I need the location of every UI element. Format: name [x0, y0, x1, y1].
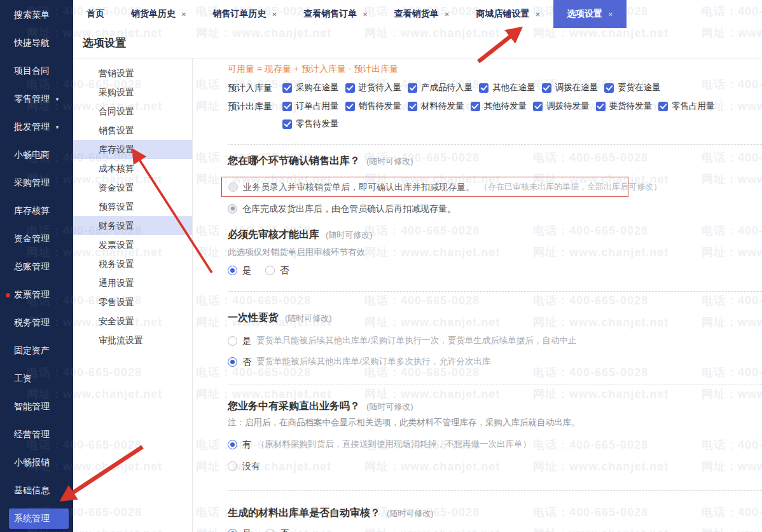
radio-unselected-icon — [265, 529, 275, 532]
close-icon[interactable]: × — [535, 10, 540, 19]
radio-yes[interactable]: 是 — [228, 264, 251, 276]
checkbox-requisition-in-transit[interactable]: 要货在途量 — [604, 81, 661, 94]
settings-nav-marketing[interactable]: 营销设置 — [73, 64, 192, 83]
checkbox-other-pending-ship[interactable]: 其他待发量 — [471, 100, 527, 113]
settings-nav-budget[interactable]: 预算设置 — [73, 197, 192, 216]
checkbox-checked-icon — [604, 83, 614, 93]
section-note: 注：启用后，在商品档案中会显示相关选项，此类材料不管理库存，采购入库后就自动出库… — [228, 417, 762, 428]
checkbox-checked-icon — [471, 102, 480, 111]
sidebar-item-system-mgmt[interactable]: 系统管理 — [0, 505, 73, 532]
checkbox-transfer-pending-ship[interactable]: 调拨待发量 — [533, 100, 590, 113]
close-icon[interactable]: × — [608, 10, 613, 19]
radio-unselected-icon — [265, 266, 275, 275]
section-one-time-requisition: 一次性要货 (随时可修改) — [228, 311, 762, 325]
sidebar-item-wholesale-mgmt[interactable]: 批发管理▼ — [0, 113, 73, 141]
radio-unselected-icon — [228, 182, 238, 192]
radio-option-confirm-on-warehouse[interactable]: 仓库完成发货出库后，由仓管员确认后再扣减现存量。 — [228, 202, 762, 215]
sidebar-item-retail-mgmt[interactable]: 零售管理▼ — [0, 85, 73, 113]
checkbox-requisition-pending-ship[interactable]: 要货待发量 — [596, 100, 653, 113]
checkbox-material-pending-ship[interactable]: 材料待发量 — [408, 100, 464, 113]
availability-formula: 可用量 = 现存量 + 预计入库量 - 预计出库量 — [228, 62, 762, 75]
radio-direct-purchase-yes[interactable]: 有 （原材料采购到货后，直接送到使用现场消耗掉，不想再做一次出库单） — [228, 438, 762, 451]
notification-dot — [6, 293, 10, 297]
content-row: 营销设置 采购设置 合同设置 销售设置 库存设置 成本核算 资金设置 预算设置 … — [73, 58, 762, 532]
sidebar-item-business-mgmt[interactable]: 经营管理 — [0, 421, 73, 449]
radio-option-confirm-on-audit[interactable]: 业务员录入并审核销货单后，即可确认出库并扣减现存量。 （存在已审核未出库的单据，… — [228, 181, 622, 193]
checkbox-retail-pending-ship[interactable]: 零售待发量 — [282, 118, 339, 130]
sidebar-item-funds-mgmt[interactable]: 资金管理 — [0, 225, 73, 253]
checkbox-retail-occupied[interactable]: 零售占用量 — [658, 100, 715, 113]
sidebar-item-payroll[interactable]: 工资 — [0, 365, 73, 393]
checkbox-checked-icon — [596, 102, 606, 111]
settings-nav-purchase[interactable]: 采购设置 — [73, 83, 192, 102]
sidebar-menu: 搜索菜单 快捷导航 项目合同 零售管理▼ 批发管理▼ 小畅电商 采购管理 库存核… — [0, 0, 73, 532]
separator — [228, 490, 762, 491]
sidebar-item-inventory-accounting[interactable]: 库存核算 — [0, 197, 73, 225]
checkbox-purchase-in-transit[interactable]: 采购在途量 — [282, 81, 339, 94]
tab-sales-bill-history[interactable]: 销货单历史× — [118, 0, 200, 28]
checkbox-other-in-transit[interactable]: 其他在途量 — [479, 81, 536, 94]
sidebar-item-invoice-mgmt[interactable]: 发票管理 — [0, 281, 73, 309]
chevron-down-icon: ▼ — [55, 97, 60, 102]
checkbox-sales-pending-ship[interactable]: 销售待发量 — [345, 100, 402, 113]
sidebar-item-smart-mgmt[interactable]: 智能管理 — [0, 393, 73, 421]
sidebar-item-ecommerce[interactable]: 小畅电商 — [0, 141, 73, 169]
checkbox-checked-icon — [533, 102, 543, 111]
checkbox-finished-goods-pending[interactable]: 产成品待入量 — [408, 81, 473, 94]
section-direct-purchase: 您业务中有采购直出业务吗？ (随时可修改) — [228, 399, 762, 413]
radio-yes[interactable]: 是 — [228, 527, 251, 532]
checkbox-checked-icon — [408, 83, 417, 93]
settings-nav-approval-flow[interactable]: 审批流设置 — [73, 331, 192, 350]
sidebar-item-project-contract[interactable]: 项目合同 — [0, 57, 73, 85]
checkbox-order-occupied[interactable]: 订单占用量 — [282, 100, 339, 113]
sidebar-item-fixed-assets[interactable]: 固定资产 — [0, 337, 73, 365]
tab-option-settings[interactable]: 选项设置× — [553, 0, 627, 28]
settings-nav-invoice[interactable]: 发票设置 — [73, 235, 192, 254]
checkbox-checked-icon — [282, 102, 292, 111]
settings-nav-tax[interactable]: 税务设置 — [73, 254, 192, 273]
tab-bar: 首页 销货单历史× 销售订单历史× 查看销售订单× 查看销货单× 商城店铺设置×… — [73, 0, 762, 28]
sidebar-item-tax-mgmt[interactable]: 税务管理 — [0, 309, 73, 337]
radio-one-time-yes[interactable]: 是 要货单只能被后续其他出库单/采购订单执行一次，要货单生成后续单据后，自动中止 — [228, 334, 762, 347]
sidebar-item-expense[interactable]: 小畅报销 — [0, 449, 73, 477]
checkbox-incoming-pending[interactable]: 进货待入量 — [345, 81, 402, 94]
settings-nav-retail[interactable]: 零售设置 — [73, 292, 192, 311]
auto-audit-radio-group: 是 否 — [228, 527, 762, 532]
radio-no[interactable]: 否 — [265, 527, 289, 532]
checkbox-checked-icon — [345, 102, 355, 111]
close-icon[interactable]: × — [272, 10, 277, 19]
tab-mall-shop-settings[interactable]: 商城店铺设置× — [462, 0, 553, 28]
tab-view-sales-bill[interactable]: 查看销货单× — [381, 0, 463, 28]
radio-selected-icon — [228, 440, 237, 449]
settings-nav-general[interactable]: 通用设置 — [73, 273, 192, 292]
sidebar-item-search-menu[interactable]: 搜索菜单 — [0, 1, 73, 29]
sidebar-item-quick-nav[interactable]: 快捷导航 — [0, 29, 73, 57]
radio-direct-purchase-no[interactable]: 没有 — [228, 460, 762, 472]
settings-nav-funds[interactable]: 资金设置 — [73, 178, 192, 197]
settings-nav-contract[interactable]: 合同设置 — [73, 102, 192, 121]
settings-nav-finance[interactable]: 财务设置 — [73, 216, 192, 235]
section-auto-audit-material-outbound: 生成的材料出库单是否自动审核？ (随时可修改) — [228, 506, 762, 520]
tab-home[interactable]: 首页 — [73, 0, 118, 28]
close-icon[interactable]: × — [445, 10, 450, 19]
checkbox-transfer-in-transit[interactable]: 调拨在途量 — [542, 81, 599, 94]
sidebar-item-purchase-mgmt[interactable]: 采购管理 — [0, 169, 73, 197]
settings-nav-security[interactable]: 安全设置 — [73, 311, 192, 331]
settings-nav-sales[interactable]: 销售设置 — [73, 121, 192, 140]
checkbox-checked-icon — [408, 102, 417, 111]
app-area: 首页 销货单历史× 销售订单历史× 查看销售订单× 查看销货单× 商城店铺设置×… — [73, 0, 762, 532]
outbound-row: 预计出库量 订单占用量 销售待发量 材料待发量 其他待发量 调拨待发量 要货待发… — [228, 100, 762, 113]
settings-main-panel: 可用量 = 现存量 + 预计入库量 - 预计出库量 预计入库量 采购在途量 进货… — [193, 58, 762, 532]
settings-nav-cost-accounting[interactable]: 成本核算 — [73, 159, 192, 178]
sidebar-item-general-ledger[interactable]: 总账管理 — [0, 253, 73, 281]
section-confirm-outbound: 您在哪个环节确认销售出库？ (随时可修改) — [228, 154, 762, 168]
annotation-red-box: 业务员录入并审核销货单后，即可确认出库并扣减现存量。 （存在已审核未出库的单据，… — [221, 177, 628, 197]
tab-view-sales-order[interactable]: 查看销售订单× — [290, 0, 381, 28]
tab-sales-order-history[interactable]: 销售订单历史× — [200, 0, 291, 28]
sidebar-item-basic-info[interactable]: 基础信息 — [0, 477, 73, 505]
radio-one-time-no[interactable]: 否 要货单能被后续其他出库单/采购订单多次执行，允许分次出库 — [228, 355, 762, 368]
close-icon[interactable]: × — [181, 10, 186, 19]
settings-nav-inventory[interactable]: 库存设置 — [73, 140, 192, 159]
close-icon[interactable]: × — [363, 10, 368, 19]
radio-no[interactable]: 否 — [265, 264, 289, 276]
